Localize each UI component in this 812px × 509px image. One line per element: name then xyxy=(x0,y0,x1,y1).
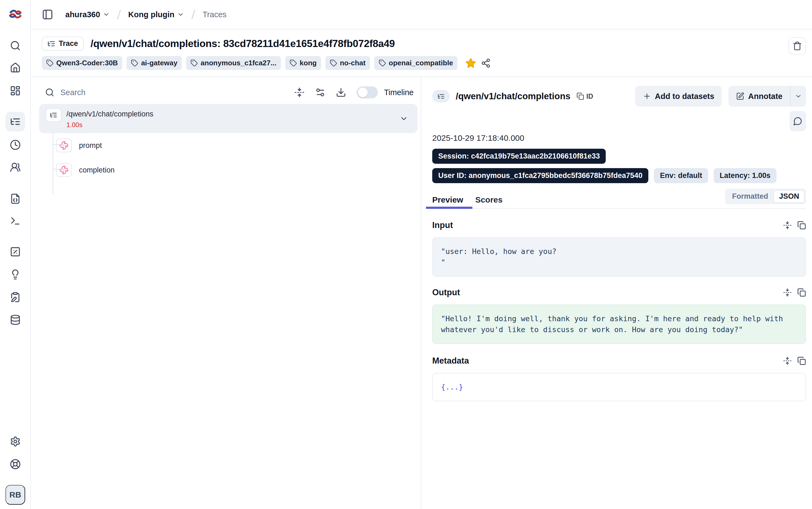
star-icon xyxy=(465,58,477,69)
sidebar-item-sessions[interactable] xyxy=(5,135,25,155)
sidebar-item-settings[interactable] xyxy=(5,432,25,451)
chevron-down-icon xyxy=(177,11,184,18)
tag-pill[interactable]: kong xyxy=(285,56,321,70)
breadcrumb-org[interactable]: ahura360 xyxy=(65,10,110,19)
sidebar-item-evals[interactable] xyxy=(5,265,25,284)
metadata-content[interactable]: {...} xyxy=(432,373,806,401)
tab-scores[interactable]: Scores xyxy=(475,191,503,208)
sidebar-item-support[interactable] xyxy=(5,454,25,474)
breadcrumb-section-traces[interactable]: Traces xyxy=(202,10,226,19)
output-collapse-button[interactable] xyxy=(783,288,792,297)
output-content: "Hello! I'm doing well, thank you for as… xyxy=(432,305,806,344)
life-buoy-icon xyxy=(10,459,21,470)
panel-left-toggle[interactable] xyxy=(42,9,53,20)
tag-pill[interactable]: anonymous_c1fca27... xyxy=(186,56,281,70)
observation-badge xyxy=(56,139,72,152)
user-id-badge[interactable]: User ID: anonymous_c1fca2795bbedc5f36678… xyxy=(432,168,648,183)
tree-node-name: /qwen/v1/chat/completions xyxy=(66,108,153,118)
sidebar-item-datasets[interactable] xyxy=(5,310,25,330)
active-tab-indicator xyxy=(426,207,472,209)
metadata-collapse-button[interactable] xyxy=(783,357,792,365)
input-section-title: Input xyxy=(432,220,453,230)
copy-id-button[interactable]: ID xyxy=(577,92,593,100)
tab-preview[interactable]: Preview xyxy=(432,191,463,208)
sidebar-item-annotation[interactable] xyxy=(5,287,25,307)
comments-button[interactable] xyxy=(789,111,806,131)
trace-detail-panel: /qwen/v1/chat/completions ID Add to data… xyxy=(421,77,812,509)
copy-icon xyxy=(577,92,584,100)
list-tree-icon xyxy=(437,93,445,100)
tag-label: no-chat xyxy=(340,59,366,67)
sidebar-item-tracing[interactable] xyxy=(5,112,25,132)
latency-badge: Latency: 1.00s xyxy=(714,168,776,183)
view-json-option[interactable]: JSON xyxy=(773,190,805,203)
list-tree-icon xyxy=(10,116,21,127)
sidebar-item-users[interactable] xyxy=(5,158,25,177)
download-button[interactable] xyxy=(336,87,346,98)
trace-tags-row: Qwen3-Coder:30B ai-gateway anonymous_c1f… xyxy=(42,56,801,70)
observation-badge xyxy=(56,163,72,177)
fan-icon xyxy=(59,165,69,175)
user-avatar[interactable]: RB xyxy=(5,485,25,505)
input-collapse-button[interactable] xyxy=(783,221,792,230)
timeline-toggle[interactable] xyxy=(357,87,378,98)
tree-search-input[interactable] xyxy=(61,88,284,97)
trace-title: /qwen/v1/chat/completions: 83cd78211d41e… xyxy=(91,38,395,49)
copy-icon xyxy=(797,288,806,297)
add-to-datasets-button[interactable]: Add to datasets xyxy=(635,86,722,107)
output-copy-button[interactable] xyxy=(797,288,806,297)
tag-pill[interactable]: no-chat xyxy=(325,56,370,70)
tag-icon xyxy=(290,59,297,67)
input-copy-button[interactable] xyxy=(797,221,806,230)
tag-pill[interactable]: ai-gateway xyxy=(126,56,182,70)
collapse-node-button[interactable] xyxy=(400,114,408,123)
detail-type-badge xyxy=(432,90,450,103)
delete-trace-button[interactable] xyxy=(788,37,806,55)
tree-node-duration: 1.00s xyxy=(66,121,153,129)
tree-node-completion[interactable]: completion xyxy=(56,158,417,182)
list-tree-icon xyxy=(50,111,58,119)
annotate-button[interactable]: Annotate xyxy=(728,86,790,107)
copy-icon xyxy=(797,357,806,365)
tree-node-name: prompt xyxy=(79,141,102,150)
tag-pill[interactable]: openai_compatible xyxy=(374,56,458,70)
id-label: ID xyxy=(586,92,593,100)
sidebar-item-scores[interactable] xyxy=(5,242,25,262)
fold-vertical-icon xyxy=(783,221,792,230)
annotate-menu-button[interactable] xyxy=(790,86,806,107)
sidebar-item-prompts[interactable] xyxy=(5,189,25,209)
share-button[interactable] xyxy=(481,58,491,68)
search-icon xyxy=(10,40,21,51)
tree-settings-button[interactable] xyxy=(315,87,325,98)
tag-label: ai-gateway xyxy=(141,59,177,67)
breadcrumb-project[interactable]: Kong plugin xyxy=(128,10,184,19)
sidebar-item-playground[interactable] xyxy=(5,211,25,231)
sidebar-item-search[interactable] xyxy=(5,36,25,56)
trace-type-label: Trace xyxy=(59,39,78,48)
trash-icon xyxy=(792,41,802,50)
toggle-knob xyxy=(358,88,368,97)
metadata-copy-button[interactable] xyxy=(797,357,806,365)
trace-header: Trace /qwen/v1/chat/completions: 83cd782… xyxy=(31,30,812,77)
app-logo[interactable] xyxy=(5,4,25,24)
app-root: RB ahura360 Kong plugin Traces xyxy=(0,0,812,509)
bookmark-star-button[interactable] xyxy=(465,58,477,69)
tree-node-prompt[interactable]: prompt xyxy=(56,133,417,158)
tag-icon xyxy=(46,59,53,67)
tree-node-root[interactable]: /qwen/v1/chat/completions 1.00s xyxy=(39,104,417,133)
tag-pill[interactable]: Qwen3-Coder:30B xyxy=(42,56,122,70)
copy-icon xyxy=(797,221,806,230)
tag-icon xyxy=(330,59,337,67)
database-icon xyxy=(10,314,21,325)
input-content: "user: Hello, how are you? " xyxy=(432,237,806,277)
plus-icon xyxy=(643,92,651,100)
fold-vertical-icon xyxy=(783,357,792,365)
session-badge[interactable]: Session: c42fca19b75e13aac2b2106610f81e3… xyxy=(432,149,606,164)
view-formatted-option[interactable]: Formatted xyxy=(727,190,773,203)
sidebar-item-dashboards[interactable] xyxy=(5,81,25,101)
share-icon xyxy=(481,58,491,68)
collapse-all-button[interactable] xyxy=(294,87,305,98)
sidebar-item-home[interactable] xyxy=(5,58,25,78)
tag-label: Qwen3-Coder:30B xyxy=(56,59,118,67)
trace-tree-panel: Timeline /qwen/v1/chat/completions 1.00s xyxy=(31,77,421,509)
